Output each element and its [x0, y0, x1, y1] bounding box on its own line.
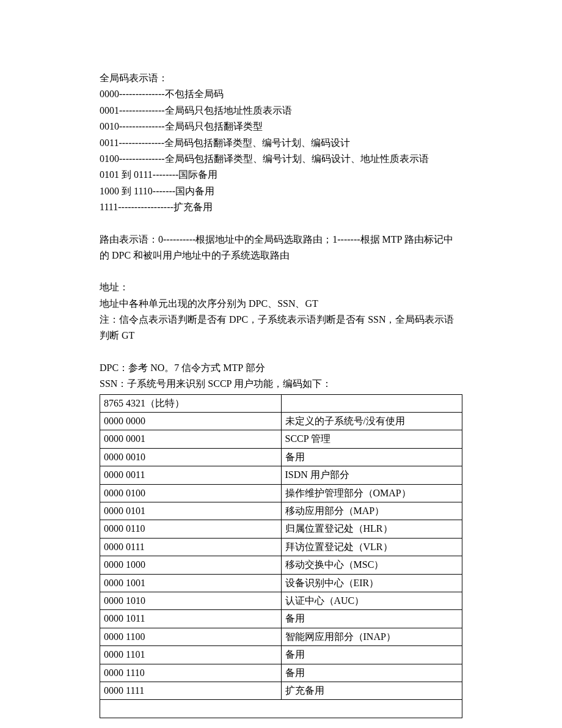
table-cell-code: 0000 0000: [100, 413, 282, 430]
table-cell-desc: 归属位置登记处（HLR）: [281, 520, 462, 538]
table-cell-desc: [281, 394, 462, 412]
table-row: 0000 0000未定义的子系统号/没有使用: [100, 413, 462, 430]
table-cell-desc: 设备识别中心（EIR）: [281, 574, 462, 592]
table-cell-desc: 备用: [281, 448, 462, 466]
table-cell-empty: [100, 700, 462, 718]
table-row: 0000 1001设备识别中心（EIR）: [100, 574, 462, 592]
gc-line-1: 0001--------------全局码只包括地址性质表示语: [100, 103, 462, 119]
table-row: 0000 1100智能网应用部分（INAP）: [100, 628, 462, 645]
table-row: 0000 1111扩充备用: [100, 682, 462, 699]
table-row-empty: [100, 700, 462, 718]
table-row: 0000 0111拜访位置登记处（VLR）: [100, 538, 462, 556]
routing-section: 路由表示语：0----------根据地址中的全局码选取路由；1-------根…: [100, 232, 462, 264]
table-cell-desc: 备用: [281, 664, 462, 682]
global-code-section: 全局码表示语： 0000--------------不包括全局码 0001---…: [100, 70, 462, 216]
table-cell-desc: 移动交换中心（MSC）: [281, 556, 462, 574]
table-cell-desc: ISDN 用户部分: [281, 466, 462, 484]
table-cell-code: 0000 1101: [100, 646, 282, 664]
table-cell-code: 0000 1000: [100, 556, 282, 574]
table-row: 0000 0100操作维护管理部分（OMAP）: [100, 484, 462, 502]
table-cell-desc: 认证中心（AUC）: [281, 592, 462, 609]
table-cell-code: 0000 0001: [100, 430, 282, 448]
gc-line-0: 0000--------------不包括全局码: [100, 86, 462, 102]
dpc-line: DPC：参考 NO。7 信令方式 MTP 部分: [100, 360, 462, 376]
gc-line-4: 0100--------------全局码包括翻译类型、编号计划、编码设计、地址…: [100, 151, 462, 167]
table-cell-code: 0000 1001: [100, 574, 282, 592]
table-cell-code: 0000 1110: [100, 664, 282, 682]
address-line2: 注：信令点表示语判断是否有 DPC，子系统表示语判断是否有 SSN，全局码表示语…: [100, 312, 462, 344]
table-cell-desc: 操作维护管理部分（OMAP）: [281, 484, 462, 502]
table-cell-desc: SCCP 管理: [281, 430, 462, 448]
table-cell-code: 8765 4321（比特）: [100, 394, 282, 412]
table-cell-desc: 备用: [281, 610, 462, 628]
table-row: 0000 1000移动交换中心（MSC）: [100, 556, 462, 574]
ssn-table: 8765 4321（比特） 0000 0000未定义的子系统号/没有使用 000…: [100, 394, 462, 718]
address-title: 地址：: [100, 279, 462, 295]
table-cell-code: 0000 0101: [100, 502, 282, 520]
table-cell-desc: 扩充备用: [281, 682, 462, 699]
global-code-title: 全局码表示语：: [100, 70, 462, 86]
gc-line-3: 0011--------------全局码包括翻译类型、编号计划、编码设计: [100, 135, 462, 151]
gc-line-2: 0010--------------全局码只包括翻译类型: [100, 119, 462, 134]
table-cell-code: 0000 0010: [100, 448, 282, 466]
table-row: 0000 1110备用: [100, 664, 462, 682]
table-cell-desc: 备用: [281, 646, 462, 664]
ssn-line: SSN：子系统号用来识别 SCCP 用户功能，编码如下：: [100, 376, 462, 392]
gc-line-5: 0101 到 0111--------国际备用: [100, 167, 462, 183]
table-cell-code: 0000 1111: [100, 682, 282, 699]
table-row: 0000 0011ISDN 用户部分: [100, 466, 462, 484]
table-cell-code: 0000 0111: [100, 538, 282, 556]
address-section: 地址： 地址中各种单元出现的次序分别为 DPC、SSN、GT 注：信令点表示语判…: [100, 279, 462, 344]
table-row: 8765 4321（比特）: [100, 394, 462, 412]
table-cell-code: 0000 0110: [100, 520, 282, 538]
table-cell-desc: 未定义的子系统号/没有使用: [281, 413, 462, 430]
table-row: 0000 0001SCCP 管理: [100, 430, 462, 448]
table-row: 0000 0110归属位置登记处（HLR）: [100, 520, 462, 538]
table-row: 0000 0101移动应用部分（MAP）: [100, 502, 462, 520]
table-cell-code: 0000 1011: [100, 610, 282, 628]
dpc-ssn-section: DPC：参考 NO。7 信令方式 MTP 部分 SSN：子系统号用来识别 SCC…: [100, 360, 462, 392]
table-cell-desc: 拜访位置登记处（VLR）: [281, 538, 462, 556]
table-row: 0000 1011备用: [100, 610, 462, 628]
table-cell-desc: 移动应用部分（MAP）: [281, 502, 462, 520]
table-cell-code: 0000 0011: [100, 466, 282, 484]
gc-line-6: 1000 到 1110-------国内备用: [100, 183, 462, 199]
table-row: 0000 1101备用: [100, 646, 462, 664]
address-line1: 地址中各种单元出现的次序分别为 DPC、SSN、GT: [100, 296, 462, 312]
table-row: 0000 1010认证中心（AUC）: [100, 592, 462, 609]
table-cell-code: 0000 1010: [100, 592, 282, 609]
routing-text: 路由表示语：0----------根据地址中的全局码选取路由；1-------根…: [100, 232, 462, 264]
table-cell-code: 0000 1100: [100, 628, 282, 645]
gc-line-7: 1111-----------------扩充备用: [100, 199, 462, 215]
table-cell-code: 0000 0100: [100, 484, 282, 502]
table-cell-desc: 智能网应用部分（INAP）: [281, 628, 462, 645]
table-row: 0000 0010备用: [100, 448, 462, 466]
